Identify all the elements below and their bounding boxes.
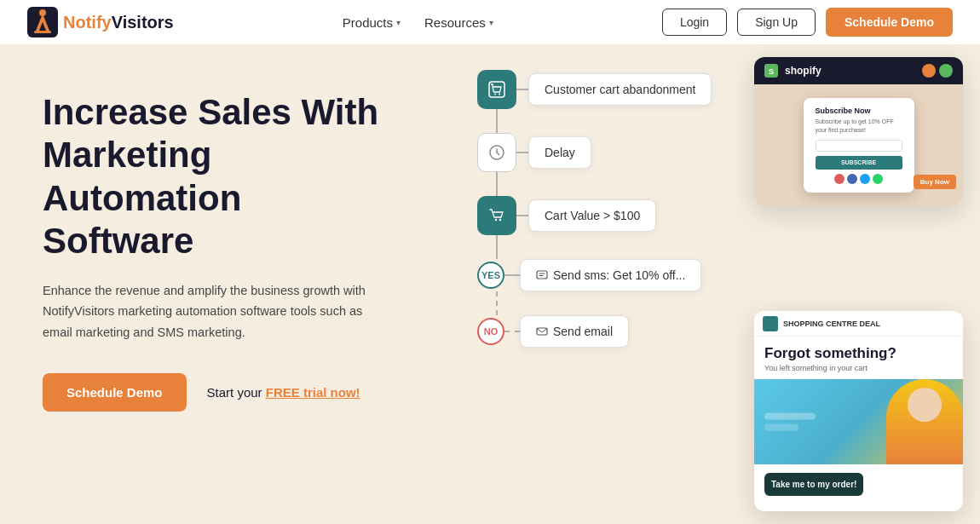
hero-title: Increase Sales With Marketing Automation… <box>43 91 392 263</box>
shopify-content: Subscribe Now Subscribe up to get 10% OF… <box>754 84 963 206</box>
svg-rect-10 <box>537 271 547 279</box>
cart-abandonment-icon <box>477 70 516 109</box>
email-icon <box>536 325 548 337</box>
nav-products[interactable]: Products ▾ <box>343 15 401 30</box>
logo-icon <box>27 7 58 37</box>
main-nav: Products ▾ Resources ▾ <box>343 15 493 30</box>
yes-badge: YES <box>477 262 504 289</box>
svg-rect-11 <box>537 328 547 335</box>
shopify-dots <box>922 64 953 78</box>
profile-dot <box>939 64 953 78</box>
flow-node-1: Customer cart abandonment <box>477 70 712 109</box>
delay-icon <box>477 133 516 172</box>
node-1-label: Customer cart abandonment <box>528 73 712 106</box>
hero-description: Enhance the revenue and amplify the busi… <box>43 280 392 343</box>
nav-resources[interactable]: Resources ▾ <box>424 15 493 30</box>
shopify-popup: Subscribe Now Subscribe up to get 10% OF… <box>804 98 914 193</box>
flow-diagram: Customer cart abandonment Delay <box>477 70 712 348</box>
login-button[interactable]: Login <box>662 9 727 36</box>
chevron-down-icon: ▾ <box>489 18 493 27</box>
node-2-label: Delay <box>528 136 591 169</box>
svg-rect-3 <box>34 31 51 33</box>
email-cta-button[interactable]: Take me to my order! <box>764 473 863 496</box>
flow-yes-row: YES Send sms: Get 10% off... <box>477 259 701 291</box>
chevron-down-icon: ▾ <box>396 18 401 27</box>
popup-btn-text: SUBSCRIBE <box>841 159 876 165</box>
logo-text: NotifyVisitors <box>63 13 174 32</box>
shopify-logo-text: shopify <box>785 65 821 77</box>
hero-section: Increase Sales With Marketing Automation… <box>0 44 426 524</box>
popup-social-icons <box>816 174 902 184</box>
node-4-label: Send sms: Get 10% off... <box>520 259 701 291</box>
trial-text: Start your FREE trial now! <box>207 385 360 400</box>
sms-icon <box>536 269 548 281</box>
email-subtitle: You left something in your cart <box>754 364 963 379</box>
svg-point-9 <box>499 219 501 221</box>
email-screenshot: SHOPPING CENTRE DEAL Forgot something? Y… <box>754 311 963 511</box>
shop-brand-name: SHOPPING CENTRE DEAL <box>783 320 880 328</box>
shop-header: SHOPPING CENTRE DEAL <box>754 311 963 337</box>
svg-point-8 <box>495 219 497 221</box>
header-actions: Login Sign Up Schedule Demo <box>662 8 953 37</box>
buy-now-badge[interactable]: Buy Now <box>914 175 956 189</box>
cta-row: Schedule Demo Start your FREE trial now! <box>43 373 392 412</box>
shopify-icon: S <box>764 64 778 78</box>
social-icon-twitter <box>860 174 870 184</box>
schedule-demo-button-header[interactable]: Schedule Demo <box>826 8 953 37</box>
cart-dot <box>922 64 936 78</box>
shopify-bar: S shopify <box>754 57 963 84</box>
flow-node-2: Delay <box>477 133 591 172</box>
right-panel: Customer cart abandonment Delay <box>426 44 980 524</box>
popup-title: Subscribe Now <box>816 107 902 115</box>
shopify-screenshot: S shopify Subscribe Now Subscribe up to … <box>754 57 963 206</box>
cart-value-icon <box>477 196 516 235</box>
social-icon-red <box>834 174 845 184</box>
flow-no-row: NO Send email <box>477 315 629 348</box>
h-connector-2 <box>516 152 528 153</box>
email-product-image <box>754 379 963 464</box>
svg-point-5 <box>494 94 496 95</box>
h-connector-3 <box>516 215 528 216</box>
email-title: Forgot something? <box>754 337 963 364</box>
svg-point-2 <box>39 9 46 16</box>
vert-connector-dashed <box>496 291 498 315</box>
vert-connector-1 <box>496 109 498 133</box>
node-5-label: Send email <box>520 315 629 348</box>
popup-email-input[interactable] <box>816 140 902 152</box>
h-connector <box>516 89 528 90</box>
yes-h-connector <box>504 274 520 276</box>
node-3-label: Cart Value > $100 <box>528 199 656 232</box>
main-content: Increase Sales With Marketing Automation… <box>0 44 980 524</box>
vert-connector-3 <box>496 235 498 259</box>
trial-link[interactable]: FREE trial now! <box>266 385 360 400</box>
social-icon-facebook <box>847 174 857 184</box>
popup-subscribe-button[interactable]: SUBSCRIBE <box>816 156 902 170</box>
vert-connector-2 <box>496 172 498 196</box>
svg-text:S: S <box>769 67 774 76</box>
logo[interactable]: NotifyVisitors <box>27 7 174 37</box>
schedule-demo-button-hero[interactable]: Schedule Demo <box>43 373 187 412</box>
shop-brand-icon <box>763 316 778 331</box>
header: NotifyVisitors Products ▾ Resources ▾ Lo… <box>0 0 980 44</box>
social-icon-whatsapp <box>873 174 883 184</box>
signup-button[interactable]: Sign Up <box>737 9 816 36</box>
popup-subtitle: Subscribe up to get 10% OFF your first p… <box>816 118 902 135</box>
flow-node-3: Cart Value > $100 <box>477 196 656 235</box>
no-h-connector <box>504 331 520 332</box>
no-badge: NO <box>477 318 504 345</box>
svg-point-6 <box>499 94 500 95</box>
